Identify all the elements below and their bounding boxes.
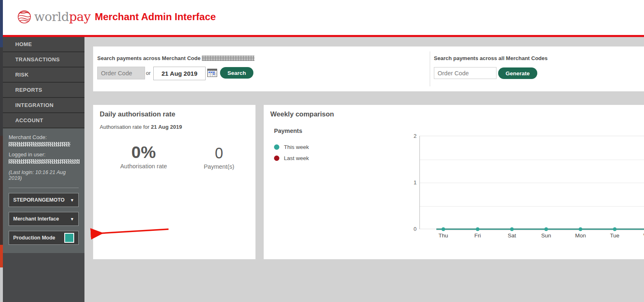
worldpay-globe-icon [16,9,32,25]
production-mode-label: Production Mode [13,235,55,241]
data-point-marker [510,228,514,231]
logged-in-user-redacted [9,159,80,164]
sidebar-footer-area [3,253,84,302]
this-week-label: This week [284,144,309,150]
search-payments-card: Search payments across Merchant Code or … [93,46,644,91]
chevron-down-icon: ▼ [70,198,74,202]
weekly-card-title: Weekly comparison [270,110,334,118]
last-login-text: (Last login: 10:16 21 Aug 2019) [9,170,79,181]
edge-band-orange [0,245,3,267]
data-point-marker [476,228,480,231]
legend-last-week: Last week [274,155,309,161]
generate-button[interactable]: Generate [498,67,537,79]
calendar-icon[interactable] [207,69,217,77]
production-mode-toggle[interactable]: Production Mode [9,231,79,245]
merchant-code-redacted-inline [202,56,255,61]
data-point-marker [544,228,548,231]
payments-stat: 0 Payment(s) [187,145,251,170]
sidebar-item-home[interactable]: HOME [3,37,84,52]
chart-title: Payments [274,128,302,134]
or-label: or [146,67,151,79]
search-card-divider [430,51,430,86]
sidebar-item-transactions[interactable]: TRANSACTIONS [3,52,84,67]
legend-this-week: This week [274,144,309,150]
authorisation-rate-value: 0% [105,143,182,161]
date-input[interactable] [153,67,206,80]
interface-dropdown[interactable]: Merchant Interface ▼ [9,212,79,226]
merchant-code-label: Merchant Code: [9,134,79,140]
sidebar: HOME TRANSACTIONS RISK REPORTS INTEGRATI… [3,37,84,302]
sidebar-item-risk[interactable]: RISK [3,67,84,83]
payments-chart-plot: 012ThuFriSatSunMonTueWed [419,136,644,229]
search-button[interactable]: Search [220,67,253,79]
merchant-search-label: Search payments across Merchant Code [97,55,255,61]
last-week-dot-icon [274,156,279,161]
logo-world-text: world [34,9,69,24]
data-point-marker [613,228,617,231]
all-merchants-search-label: Search payments across all Merchant Code… [434,55,548,61]
chevron-down-icon: ▼ [70,217,74,221]
all-merchants-order-code-input[interactable] [434,67,496,79]
y-axis-tick-label: 2 [407,133,417,139]
authorisation-rate-stat: 0% Authorisation rate [105,143,182,170]
sidebar-nav: HOME TRANSACTIONS RISK REPORTS INTEGRATI… [3,37,84,128]
interface-dropdown-value: Merchant Interface [13,216,59,222]
merchant-code-dropdown[interactable]: STEPORANGEMOTO ▼ [9,193,79,207]
edge-band-gray [0,267,3,302]
daily-card-subtitle: Authorisation rate for 21 Aug 2019 [100,124,182,130]
y-axis-tick-label: 1 [407,179,417,186]
sidebar-item-account[interactable]: ACCOUNT [3,113,84,128]
sidebar-divider [9,188,79,188]
sidebar-item-reports[interactable]: REPORTS [3,83,84,98]
logged-in-user-label: Logged in user: [9,151,79,158]
subtitle-date: 21 Aug 2019 [151,124,182,130]
last-week-label: Last week [284,155,309,161]
main-content: Search payments across Merchant Code or … [84,37,644,302]
logo-pay-text: pay [69,9,91,24]
header: worldpay Merchant Admin Interface [3,0,644,35]
merchant-search-label-text: Search payments across Merchant Code [97,55,201,61]
authorisation-rate-label: Authorisation rate [105,163,182,170]
data-point-marker [578,228,582,231]
background-window-edge [0,0,3,302]
sidebar-item-integration[interactable]: INTEGRATION [3,98,84,113]
worldpay-logo: worldpay [16,9,91,25]
daily-card-title: Daily authorisation rate [100,110,175,118]
edge-band-maroon [0,136,3,245]
edge-band-blue [0,0,3,47]
merchant-code-redacted [9,142,70,146]
production-mode-indicator[interactable] [64,233,74,243]
worldpay-logo-text: worldpay [34,9,91,25]
sidebar-session-info: Merchant Code: Logged in user: (Last log… [3,128,84,253]
this-week-dot-icon [274,144,279,150]
payments-label: Payment(s) [187,163,251,170]
chart-series-svg [420,136,644,235]
weekly-comparison-card: Weekly comparison Payments This week Las… [264,105,644,259]
order-code-input[interactable] [97,67,145,79]
merchant-code-dropdown-value: STEPORANGEMOTO [13,197,65,203]
payments-value: 0 [187,145,251,162]
y-axis-tick-label: 0 [407,226,417,232]
page-title: Merchant Admin Interface [95,11,216,23]
edge-band-dark [0,47,3,136]
subtitle-prefix: Authorisation rate for [100,124,151,130]
annotation-arrow [84,218,179,247]
data-point-marker [442,228,445,231]
